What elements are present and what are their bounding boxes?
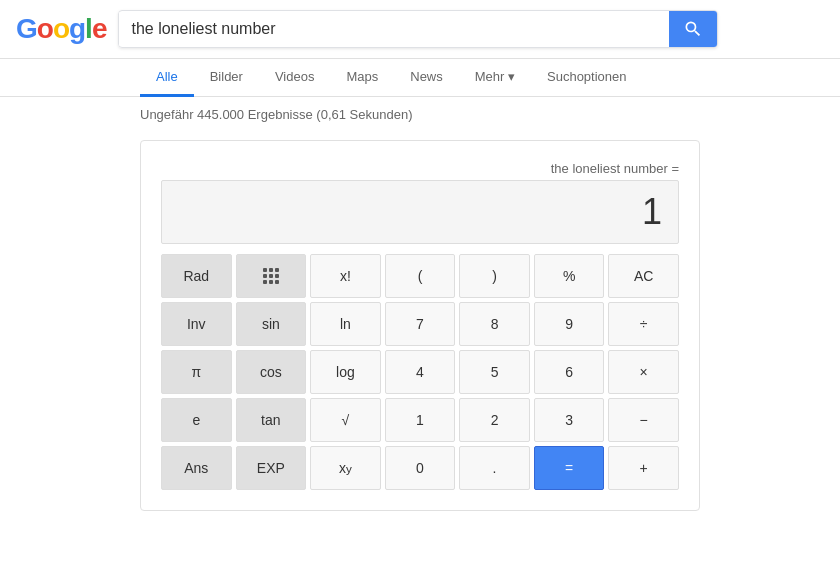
btn-sqrt[interactable]: √ [310, 398, 381, 442]
logo-g: G [16, 13, 37, 44]
tab-alle[interactable]: Alle [140, 59, 194, 97]
results-count: Ungefähr 445.000 Ergebnisse (0,61 Sekund… [140, 107, 412, 122]
btn-2[interactable]: 2 [459, 398, 530, 442]
display-value: 1 [642, 191, 662, 233]
tab-videos[interactable]: Videos [259, 59, 331, 97]
btn-9[interactable]: 9 [534, 302, 605, 346]
nav-tabs: Alle Bilder Videos Maps News Mehr ▾ Such… [0, 59, 840, 97]
header: Google [0, 0, 840, 59]
btn-ans[interactable]: Ans [161, 446, 232, 490]
btn-7[interactable]: 7 [385, 302, 456, 346]
btn-tan[interactable]: tan [236, 398, 307, 442]
google-logo: Google [16, 13, 106, 45]
logo-e: e [92, 13, 107, 44]
btn-5[interactable]: 5 [459, 350, 530, 394]
search-button[interactable] [669, 11, 717, 47]
btn-4[interactable]: 4 [385, 350, 456, 394]
calc-display: 1 [161, 180, 679, 244]
btn-open-paren[interactable]: ( [385, 254, 456, 298]
tab-suchoptionen[interactable]: Suchoptionen [531, 59, 643, 97]
btn-3[interactable]: 3 [534, 398, 605, 442]
expression-text: the loneliest number = [551, 161, 679, 176]
btn-close-paren[interactable]: ) [459, 254, 530, 298]
grid-icon [263, 268, 279, 284]
btn-percent[interactable]: % [534, 254, 605, 298]
btn-pi[interactable]: π [161, 350, 232, 394]
tab-news[interactable]: News [394, 59, 459, 97]
results-info: Ungefähr 445.000 Ergebnisse (0,61 Sekund… [0, 97, 840, 132]
tab-maps[interactable]: Maps [330, 59, 394, 97]
btn-factorial[interactable]: x! [310, 254, 381, 298]
btn-0[interactable]: 0 [385, 446, 456, 490]
btn-divide[interactable]: ÷ [608, 302, 679, 346]
logo-g2: g [69, 13, 85, 44]
btn-ac[interactable]: AC [608, 254, 679, 298]
btn-e[interactable]: e [161, 398, 232, 442]
search-bar [118, 10, 718, 48]
logo-l: l [85, 13, 92, 44]
calc-expression: the loneliest number = [161, 161, 679, 176]
calculator-card: the loneliest number = 1 Rad x! ( ) % AC… [140, 140, 700, 511]
btn-1[interactable]: 1 [385, 398, 456, 442]
tab-bilder[interactable]: Bilder [194, 59, 259, 97]
calc-grid: Rad x! ( ) % AC Inv sin ln 7 8 9 ÷ π cos… [161, 254, 679, 490]
btn-rad[interactable]: Rad [161, 254, 232, 298]
btn-ln[interactable]: ln [310, 302, 381, 346]
btn-exp[interactable]: EXP [236, 446, 307, 490]
search-icon [683, 19, 703, 39]
btn-decimal[interactable]: . [459, 446, 530, 490]
btn-equals[interactable]: = [534, 446, 605, 490]
btn-subtract[interactable]: − [608, 398, 679, 442]
logo-o2: o [53, 13, 69, 44]
tab-mehr[interactable]: Mehr ▾ [459, 59, 531, 97]
btn-add[interactable]: + [608, 446, 679, 490]
btn-grid[interactable] [236, 254, 307, 298]
logo-o1: o [37, 13, 53, 44]
btn-multiply[interactable]: × [608, 350, 679, 394]
btn-inv[interactable]: Inv [161, 302, 232, 346]
btn-power[interactable]: xy [310, 446, 381, 490]
search-input[interactable] [119, 12, 669, 46]
btn-8[interactable]: 8 [459, 302, 530, 346]
btn-log[interactable]: log [310, 350, 381, 394]
btn-sin[interactable]: sin [236, 302, 307, 346]
btn-6[interactable]: 6 [534, 350, 605, 394]
btn-cos[interactable]: cos [236, 350, 307, 394]
